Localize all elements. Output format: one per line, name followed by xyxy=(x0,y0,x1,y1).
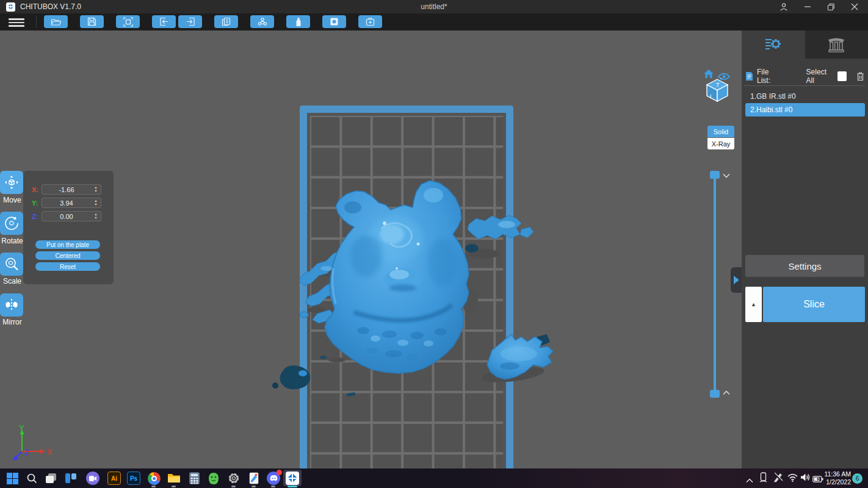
taskbar-clock[interactable]: 11:36 AM 1/2/2022 xyxy=(819,470,851,486)
running-indicator xyxy=(231,486,236,487)
calculator-icon[interactable] xyxy=(187,471,201,486)
search-icon[interactable] xyxy=(24,471,39,486)
capture-button[interactable] xyxy=(116,15,140,28)
y-stepper[interactable]: ▲▼ xyxy=(92,198,99,207)
put-on-plate-button[interactable]: Put on the plate xyxy=(35,240,100,249)
rotate-tool-button[interactable] xyxy=(0,212,23,235)
running-indicator xyxy=(151,486,156,487)
z-stepper[interactable]: ▲▼ xyxy=(92,212,99,221)
restore-button[interactable] xyxy=(827,3,835,11)
model-haibi-mesh[interactable] xyxy=(269,171,562,409)
file-name: 1.GB IR.stl #0 xyxy=(750,92,796,101)
solid-view-button[interactable]: Solid xyxy=(707,126,734,137)
svg-text:L: L xyxy=(710,93,713,101)
open-folder-button[interactable] xyxy=(44,15,68,28)
running-indicator xyxy=(271,486,275,487)
tray-pen-icon[interactable] xyxy=(773,472,783,485)
file-list-item-selected[interactable]: 2.Haibi.stl #0 xyxy=(745,103,865,117)
chat-app-icon[interactable] xyxy=(85,471,100,486)
svg-text:F: F xyxy=(720,78,724,81)
illustrator-icon[interactable]: Ai xyxy=(107,471,121,486)
select-all-label: Select All xyxy=(806,68,834,85)
scale-tool-button[interactable] xyxy=(0,253,23,276)
layer-slider-track[interactable] xyxy=(714,177,716,392)
x-input-field[interactable]: ▲▼ xyxy=(42,184,101,195)
mirror-tool-label: Mirror xyxy=(0,318,24,326)
account-icon[interactable] xyxy=(779,2,788,11)
settings-gear-icon[interactable] xyxy=(226,471,241,486)
dig-hole-button[interactable] xyxy=(358,15,382,28)
y-input-field[interactable]: ▲▼ xyxy=(42,198,101,208)
axis-indicator: Y X Z xyxy=(9,423,56,467)
chrome-icon[interactable] xyxy=(146,471,161,486)
resin-bottle-button[interactable] xyxy=(286,15,310,28)
svg-text:Y: Y xyxy=(19,423,24,432)
x-axis-label: X: xyxy=(32,186,42,193)
xray-view-button[interactable]: X-Ray xyxy=(707,138,734,149)
settings-button[interactable]: Settings xyxy=(745,255,864,277)
wifi-icon[interactable] xyxy=(787,473,798,484)
svg-text:X: X xyxy=(47,447,52,456)
tab-settings-list[interactable] xyxy=(742,30,805,59)
tray-device-icon[interactable] xyxy=(759,472,767,485)
export-button[interactable] xyxy=(178,15,202,28)
chevron-up-icon[interactable] xyxy=(723,390,730,395)
discord-icon[interactable] xyxy=(266,471,281,486)
chitubox-taskbar-icon[interactable] xyxy=(283,470,302,486)
volume-icon[interactable] xyxy=(800,473,811,484)
svg-text:T: T xyxy=(716,82,720,88)
file-explorer-icon[interactable] xyxy=(167,471,181,486)
z-input-field[interactable]: ▲▼ xyxy=(42,211,101,221)
tab-support[interactable] xyxy=(805,30,868,59)
clone-button[interactable] xyxy=(214,15,238,28)
right-panel-tabs xyxy=(742,30,868,59)
chitubox-window: CHITUBOX V1.7.0 untitled* xyxy=(0,0,868,488)
windows-start-icon[interactable] xyxy=(5,471,20,486)
scale-tool-label: Scale xyxy=(0,277,24,285)
rotate-tool-label: Rotate xyxy=(0,237,24,245)
paint-doc-icon[interactable] xyxy=(247,471,261,486)
clock-time: 11:36 AM xyxy=(819,470,851,478)
save-button[interactable] xyxy=(80,15,104,28)
task-view-icon[interactable] xyxy=(44,471,59,486)
layer-slider-bottom-handle[interactable] xyxy=(710,390,720,398)
running-indicator xyxy=(251,486,256,487)
file-list-item[interactable]: 1.GB IR.stl #0 xyxy=(745,90,865,103)
hollow-button[interactable] xyxy=(322,15,346,28)
chevron-down-icon[interactable] xyxy=(723,173,730,178)
move-panel: X: ▲▼ Y: ▲▼ Z: ▲▼ Put on t xyxy=(23,171,114,284)
view-cube[interactable]: T L F xyxy=(704,78,730,105)
layer-slider-top-handle[interactable] xyxy=(710,171,720,179)
network-button[interactable] xyxy=(250,15,274,28)
snip-app-icon[interactable] xyxy=(63,471,78,486)
tray-chevron-icon[interactable] xyxy=(746,475,753,486)
model-body xyxy=(325,181,469,373)
centered-button[interactable]: Centered xyxy=(35,251,100,260)
minimize-button[interactable] xyxy=(804,3,811,10)
y-axis-label: Y: xyxy=(32,199,42,207)
move-tool-button[interactable] xyxy=(0,171,23,194)
panel-collapse-arrow[interactable] xyxy=(731,267,742,293)
chitubox-running-indicator xyxy=(288,486,297,487)
clock-date: 1/2/2022 xyxy=(819,478,851,486)
y-input[interactable] xyxy=(42,199,91,207)
up-arrow-icon: ▲ xyxy=(751,301,756,307)
trash-icon[interactable] xyxy=(856,72,864,81)
notification-badge[interactable]: 6 xyxy=(852,473,863,484)
photoshop-icon[interactable]: Ps xyxy=(126,471,141,486)
z-input[interactable] xyxy=(42,212,91,221)
slice-button[interactable]: Slice xyxy=(763,287,865,322)
z-axis-label: Z: xyxy=(32,213,42,220)
viewport-3d[interactable]: Move Rotate Scale Mirror xyxy=(0,30,742,468)
file-doc-icon xyxy=(745,71,753,81)
select-all-checkbox[interactable] xyxy=(837,71,847,81)
x-input[interactable] xyxy=(42,185,91,194)
x-stepper[interactable]: ▲▼ xyxy=(92,185,99,194)
reset-button[interactable]: Reset xyxy=(35,262,100,271)
import-button[interactable] xyxy=(152,15,176,28)
green-app-icon[interactable] xyxy=(206,471,221,486)
mirror-tool-button[interactable] xyxy=(0,293,23,317)
slice-expand-button[interactable]: ▲ xyxy=(745,287,762,322)
close-button[interactable] xyxy=(851,3,858,10)
menu-hamburger-icon[interactable] xyxy=(9,16,24,27)
